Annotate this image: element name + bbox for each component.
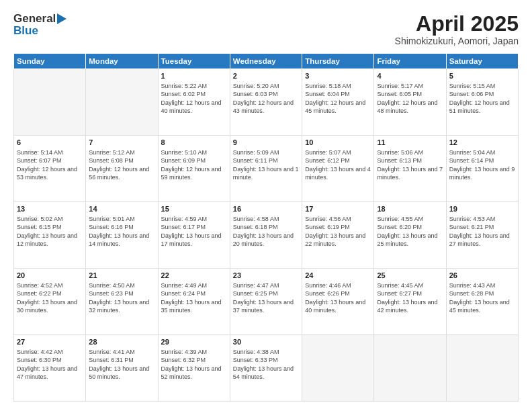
sunrise-text: Sunrise: 5:18 AM [305,83,351,89]
sunrise-text: Sunrise: 4:50 AM [89,282,135,289]
table-row: 15Sunrise: 4:59 AMSunset: 6:17 PMDayligh… [158,202,230,269]
col-sunday: Sunday [14,54,86,69]
table-row: 2Sunrise: 5:20 AMSunset: 6:03 PMDaylight… [230,69,302,136]
sunset-text: Sunset: 6:15 PM [17,224,62,230]
sunset-text: Sunset: 6:03 PM [233,91,278,97]
daylight-text: Daylight: 13 hours and 20 minutes. [233,232,294,247]
table-row: 30Sunrise: 4:38 AMSunset: 6:33 PMDayligh… [230,335,302,402]
sunset-text: Sunset: 6:25 PM [233,290,278,297]
calendar-subtitle: Shimokizukuri, Aomori, Japan [395,36,519,46]
day-number: 5 [449,71,515,81]
sunrise-text: Sunrise: 4:38 AM [233,349,279,355]
logo: General Blue [13,12,66,38]
daylight-text: Daylight: 13 hours and 50 minutes. [89,365,149,380]
table-row: 12Sunrise: 5:04 AMSunset: 6:14 PMDayligh… [446,136,518,202]
table-row: 16Sunrise: 4:58 AMSunset: 6:18 PMDayligh… [230,202,302,269]
sunrise-text: Sunrise: 4:43 AM [449,282,496,289]
logo-blue: Blue [13,24,38,38]
table-row: 27Sunrise: 4:42 AMSunset: 6:30 PMDayligh… [14,335,86,402]
sunrise-text: Sunrise: 4:52 AM [17,282,63,289]
day-number: 3 [305,71,371,81]
sunrise-text: Sunrise: 4:56 AM [305,216,351,222]
table-row: 1Sunrise: 5:22 AMSunset: 6:02 PMDaylight… [158,69,230,136]
calendar-title: April 2025 [395,12,519,36]
col-thursday: Thursday [302,54,374,69]
sunrise-text: Sunrise: 4:39 AM [161,349,208,355]
col-tuesday: Tuesday [158,54,230,69]
sunrise-text: Sunrise: 5:01 AM [89,216,135,222]
table-row: 25Sunrise: 4:45 AMSunset: 6:27 PMDayligh… [374,269,446,335]
sunset-text: Sunset: 6:20 PM [377,224,422,230]
sunset-text: Sunset: 6:07 PM [17,157,62,164]
sunset-text: Sunset: 6:33 PM [233,357,278,363]
sunrise-text: Sunrise: 5:07 AM [305,149,351,156]
sunset-text: Sunset: 6:12 PM [305,157,350,164]
calendar-week-row: 27Sunrise: 4:42 AMSunset: 6:30 PMDayligh… [14,335,519,402]
sunset-text: Sunset: 6:13 PM [377,157,422,164]
daylight-text: Daylight: 13 hours and 25 minutes. [377,232,437,247]
daylight-text: Daylight: 12 hours and 40 minutes. [161,99,222,114]
sunrise-text: Sunrise: 4:58 AM [233,216,279,222]
table-row: 18Sunrise: 4:55 AMSunset: 6:20 PMDayligh… [374,202,446,269]
day-number: 29 [161,337,227,347]
header: General Blue April 2025 Shimokizukuri, A… [13,12,519,46]
daylight-text: Daylight: 12 hours and 43 minutes. [233,99,294,114]
day-number: 4 [377,71,443,81]
daylight-text: Daylight: 12 hours and 53 minutes. [17,166,77,181]
table-row: 26Sunrise: 4:43 AMSunset: 6:28 PMDayligh… [446,269,518,335]
sunrise-text: Sunrise: 4:49 AM [161,282,208,289]
day-number: 14 [89,204,154,214]
daylight-text: Daylight: 12 hours and 48 minutes. [377,99,437,114]
daylight-text: Daylight: 13 hours and 7 minutes. [377,166,443,181]
daylight-text: Daylight: 13 hours and 45 minutes. [449,299,510,314]
day-number: 19 [449,204,515,214]
col-monday: Monday [86,54,158,69]
sunset-text: Sunset: 6:02 PM [161,91,206,97]
calendar-table: Sunday Monday Tuesday Wednesday Thursday… [13,53,519,402]
sunset-text: Sunset: 6:32 PM [161,357,206,363]
col-wednesday: Wednesday [230,54,302,69]
col-friday: Friday [374,54,446,69]
sunrise-text: Sunrise: 5:12 AM [89,149,135,156]
title-block: April 2025 Shimokizukuri, Aomori, Japan [395,12,519,46]
day-number: 24 [305,271,371,281]
daylight-text: Daylight: 13 hours and 17 minutes. [161,232,222,247]
sunrise-text: Sunrise: 4:45 AM [377,282,423,289]
sunset-text: Sunset: 6:27 PM [377,290,422,297]
day-number: 23 [233,271,299,281]
sunset-text: Sunset: 6:18 PM [233,224,278,230]
sunrise-text: Sunrise: 5:14 AM [17,149,63,156]
sunrise-text: Sunrise: 5:10 AM [161,149,208,156]
sunrise-text: Sunrise: 4:47 AM [233,282,279,289]
daylight-text: Daylight: 12 hours and 56 minutes. [89,166,149,181]
daylight-text: Daylight: 13 hours and 37 minutes. [233,299,294,314]
sunset-text: Sunset: 6:14 PM [449,157,494,164]
day-number: 22 [161,271,227,281]
day-number: 11 [377,138,443,148]
daylight-text: Daylight: 12 hours and 45 minutes. [305,99,365,114]
logo-arrow-icon [57,13,66,24]
table-row: 5Sunrise: 5:15 AMSunset: 6:06 PMDaylight… [446,69,518,136]
sunset-text: Sunset: 6:05 PM [377,91,422,97]
daylight-text: Daylight: 13 hours and 52 minutes. [161,365,222,380]
day-number: 26 [449,271,515,281]
sunrise-text: Sunrise: 5:02 AM [17,216,63,222]
daylight-text: Daylight: 13 hours and 54 minutes. [233,365,294,380]
calendar-week-row: 13Sunrise: 5:02 AMSunset: 6:15 PMDayligh… [14,202,519,269]
table-row: 22Sunrise: 4:49 AMSunset: 6:24 PMDayligh… [158,269,230,335]
day-number: 9 [233,138,299,148]
day-number: 8 [161,138,227,148]
sunrise-text: Sunrise: 5:04 AM [449,149,496,156]
table-row: 14Sunrise: 5:01 AMSunset: 6:16 PMDayligh… [86,202,158,269]
table-row: 7Sunrise: 5:12 AMSunset: 6:08 PMDaylight… [86,136,158,202]
sunrise-text: Sunrise: 5:09 AM [233,149,279,156]
table-row [14,69,86,136]
day-number: 12 [449,138,515,148]
daylight-text: Daylight: 13 hours and 35 minutes. [161,299,222,314]
daylight-text: Daylight: 13 hours and 27 minutes. [449,232,510,247]
sunrise-text: Sunrise: 4:59 AM [161,216,208,222]
sunrise-text: Sunrise: 5:06 AM [377,149,423,156]
table-row: 23Sunrise: 4:47 AMSunset: 6:25 PMDayligh… [230,269,302,335]
daylight-text: Daylight: 13 hours and 30 minutes. [17,299,77,314]
calendar-week-row: 6Sunrise: 5:14 AMSunset: 6:07 PMDaylight… [14,136,519,202]
